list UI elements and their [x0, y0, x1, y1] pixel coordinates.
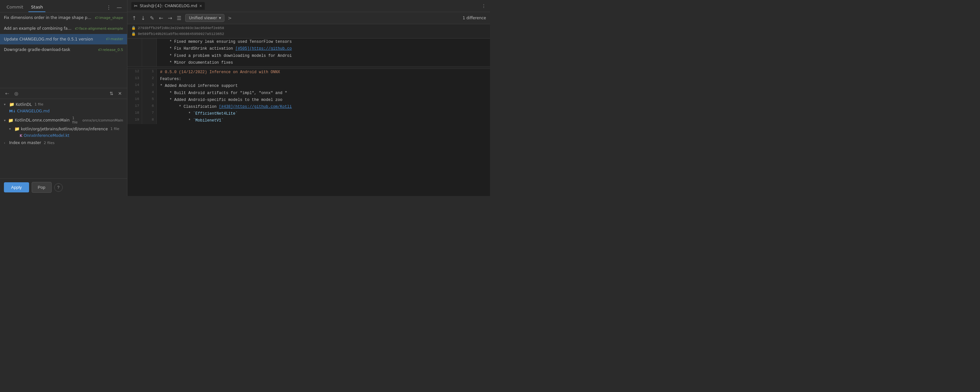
diff-content: * Fixed memory leak ensuring used Tensor… — [127, 38, 490, 196]
pencil-icon[interactable]: ✎ — [149, 14, 155, 22]
tab-commit[interactable]: Commit — [4, 3, 26, 12]
right-tab[interactable]: ✂ Stash@{4}: CHANGELOG.md ✕ — [131, 2, 205, 10]
commit-badge: 🏷 image_shape — [95, 15, 123, 20]
line-num-old: 12 — [127, 69, 142, 76]
markdown-icon: M↓ — [9, 109, 16, 113]
line-num-new: 8 — [142, 117, 157, 124]
push-icon[interactable]: ⇠ — [4, 89, 10, 97]
line-num-old: 13 — [127, 76, 142, 83]
line-content: * Built Android artifacts for "impl", "o… — [157, 90, 490, 97]
folder-icon: 📁 — [14, 126, 20, 131]
tab-label: Stash@{4}: CHANGELOG.md — [140, 3, 197, 8]
right-header-more[interactable]: ⋮ — [482, 3, 486, 8]
tree-file-changelog[interactable]: M↓ CHANGELOG.md — [0, 108, 127, 114]
hash-value: 9e589fb149b261a5fbc4668645950927a5123652 — [138, 31, 224, 37]
chevron-down-icon: ▾ — [9, 127, 13, 131]
commit-item-selected[interactable]: Update CHANGELOG.md for the 0.5.1 versio… — [0, 34, 127, 45]
lock-icon: 🔒 — [131, 25, 136, 31]
line-content: * `EfficientNet4Lite` — [157, 110, 490, 117]
tree-group-header[interactable]: › Index on master 2 files — [0, 140, 127, 146]
line-num-new — [142, 45, 157, 52]
left-panel: Commit Stash ⋮ — Fix dimensions order in… — [0, 0, 127, 196]
close-tab-button[interactable]: ✕ — [199, 4, 202, 8]
file-tree: ▾ 📁 KotlinDL 1 file M↓ CHANGELOG.md ▾ 📁 … — [0, 99, 127, 178]
left-arrow-icon[interactable]: ← — [158, 14, 164, 22]
hash-line-2: 🔒 9e589fb149b261a5fbc4668645950927a51236… — [131, 31, 486, 37]
commit-text: Downgrade gradle-download-task — [4, 47, 95, 53]
minimize-icon[interactable]: — — [115, 3, 123, 11]
diff-line: 18 7 * `EfficientNet4Lite` — [127, 110, 490, 117]
subfolder-label: kotlin/org/jetbrains/kotlinx/dl/onnx/inf… — [21, 127, 108, 131]
line-content: * Added Android-specific models to the m… — [157, 97, 490, 104]
expand-icon[interactable]: > — [228, 15, 232, 21]
file-name: OnnxInferenceModel.kt — [24, 133, 70, 138]
line-num-new — [142, 59, 157, 66]
chevron-right-icon: › — [4, 141, 8, 145]
tag-icon: 🏷 — [106, 37, 110, 41]
diff-count: 1 difference — [463, 16, 486, 20]
hash-value: 2793bffb29f2d0c2e22edc693c3ac95d4ef2e858 — [138, 25, 224, 31]
line-content: * Classification [#438](https://github.c… — [157, 104, 490, 110]
commit-item[interactable]: Add an example of combining face detecti… — [0, 23, 127, 34]
file-count: 1 file — [72, 116, 79, 124]
viewer-label: Unified viewer — [189, 16, 217, 20]
file-count: 1 file — [35, 102, 43, 107]
module-label: KotlinDL — [16, 102, 32, 107]
line-content: # 0.5.0 (14/12/2022) Inference on Androi… — [157, 69, 490, 76]
folder-icon: 📁 — [8, 118, 13, 123]
tree-group-onnx: ▾ 📁 KotlinDL.onnx.commonMain 1 file onnx… — [0, 115, 127, 139]
line-num-old — [127, 45, 142, 52]
hash-info: 🔒 2793bffb29f2d0c2e22edc693c3ac95d4ef2e8… — [127, 24, 490, 38]
commit-item[interactable]: Fix dimensions order in the image shape … — [0, 13, 127, 23]
line-num-old — [127, 38, 142, 45]
help-button[interactable]: ? — [54, 183, 63, 192]
tabs-header: Commit Stash ⋮ — — [0, 0, 127, 13]
tree-group-header[interactable]: ▾ 📁 KotlinDL 1 file — [0, 101, 127, 108]
tree-group-index: › Index on master 2 files — [0, 140, 127, 146]
lock-icon: 🔒 — [131, 31, 136, 37]
commit-badge: 🏷 release_0.5 — [98, 47, 123, 52]
file-count: 1 file — [110, 127, 119, 131]
line-num-old — [127, 53, 142, 59]
line-content: * Minor documentation fixes — [157, 59, 490, 66]
up-arrow-icon[interactable]: ↑ — [131, 14, 137, 22]
diff-toolbar: ↑ ↓ ✎ ← → ☰ Unified viewer ▾ > 1 differe… — [127, 12, 490, 24]
line-num-new — [142, 38, 157, 45]
commit-text: Fix dimensions order in the image shape … — [4, 15, 92, 21]
diff-line: * Fixed memory leak ensuring used Tensor… — [127, 38, 490, 45]
close-icon[interactable]: ✕ — [117, 89, 123, 97]
diff-line: 15 4 * Built Android artifacts for "impl… — [127, 90, 490, 97]
line-num-old: 17 — [127, 104, 142, 110]
module-label: Index on master — [9, 140, 41, 145]
viewer-select[interactable]: Unified viewer ▾ — [185, 14, 224, 22]
commit-badge: 🏷 face-alignment-example — [75, 26, 123, 31]
line-num-old: 16 — [127, 97, 142, 104]
line-num-new: 3 — [142, 83, 157, 89]
chevron-down-icon: ▾ — [4, 119, 7, 122]
toolbar-right: ⇅ ✕ — [108, 89, 123, 97]
line-num-old: 18 — [127, 110, 142, 117]
tree-group-kotlindl: ▾ 📁 KotlinDL 1 file M↓ CHANGELOG.md — [0, 101, 127, 114]
tree-file-onnx[interactable]: K OnnxInferenceModel.kt — [0, 132, 127, 139]
tab-stash[interactable]: Stash — [29, 3, 45, 12]
commit-item[interactable]: Downgrade gradle-download-task 🏷 release… — [0, 45, 127, 55]
sort-icon[interactable]: ⇅ — [108, 89, 115, 97]
more-icon[interactable]: ⋮ — [105, 3, 113, 11]
tree-group-header[interactable]: ▾ 📁 KotlinDL.onnx.commonMain 1 file onnx… — [0, 115, 127, 126]
apply-button[interactable]: Apply — [4, 182, 29, 193]
stash-icon: ✂ — [134, 3, 138, 8]
module-label: KotlinDL.onnx.commonMain — [15, 118, 70, 123]
pop-button[interactable]: Pop — [32, 182, 52, 193]
line-num-old — [127, 59, 142, 66]
right-arrow-icon[interactable]: → — [167, 14, 173, 22]
eye-icon[interactable]: ◎ — [13, 89, 20, 97]
diff-line: * Minor documentation fixes — [127, 59, 490, 66]
diff-line: 13 2 Features: — [127, 76, 490, 83]
line-num-old: 15 — [127, 90, 142, 97]
down-arrow-icon[interactable]: ↓ — [140, 14, 146, 22]
line-content: * `MobilenetV1` — [157, 117, 490, 124]
tree-subfolder[interactable]: ▾ 📁 kotlin/org/jetbrains/kotlinx/dl/onnx… — [0, 126, 127, 132]
file-name: CHANGELOG.md — [17, 109, 50, 113]
line-num-new: 1 — [142, 69, 157, 76]
document-icon[interactable]: ☰ — [176, 14, 182, 22]
